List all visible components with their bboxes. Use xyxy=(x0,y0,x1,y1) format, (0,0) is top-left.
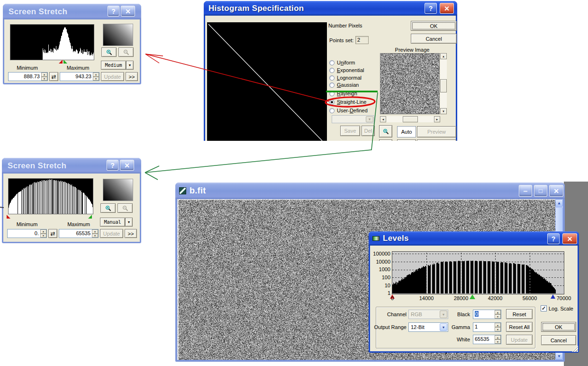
ok-button[interactable]: OK xyxy=(541,322,576,332)
zoom-out-button[interactable] xyxy=(118,47,134,57)
reset-all-button[interactable]: Reset All xyxy=(506,322,533,332)
minimum-field[interactable]: 0. ▲▼ xyxy=(7,229,47,238)
max-marker-triangle[interactable] xyxy=(63,60,67,64)
clipped-button[interactable] xyxy=(417,139,456,141)
maximum-field[interactable]: 943.23 ▲▼ xyxy=(60,72,100,81)
del-button[interactable]: Del xyxy=(362,126,375,136)
radio-circle[interactable] xyxy=(329,100,335,105)
preview-button[interactable]: Preview xyxy=(417,126,456,137)
ok-button[interactable]: OK xyxy=(411,21,457,31)
transfer-curve-plot[interactable] xyxy=(207,22,327,141)
preview-zoom-in-button[interactable] xyxy=(379,125,392,137)
stretch-mode-dropdown-button[interactable]: ▼ xyxy=(125,218,133,227)
radio-circle[interactable] xyxy=(329,82,335,88)
radio-exponential[interactable]: Exponential xyxy=(329,67,364,73)
minimum-value[interactable]: 888.73 xyxy=(9,73,41,81)
swap-minmax-button[interactable]: ⇄ xyxy=(49,72,58,81)
max-marker-triangle[interactable] xyxy=(88,215,92,219)
log-scale-checkbox[interactable]: ✓ Log. Scale xyxy=(541,305,573,311)
radio-user-defined[interactable]: User-Defined xyxy=(329,108,368,113)
update-button[interactable]: Update xyxy=(506,335,533,345)
user-defined-select[interactable]: ▼ xyxy=(332,115,374,123)
radio-lognormal[interactable]: Lognormal xyxy=(329,75,362,81)
zoom-in-button[interactable] xyxy=(101,47,117,57)
scroll-left-icon[interactable]: ◄ xyxy=(380,116,386,122)
close-button[interactable]: ✕ xyxy=(121,6,135,17)
gamma-spinner[interactable]: ▲▼ xyxy=(495,323,501,331)
maximum-value[interactable]: 943.23 xyxy=(60,73,93,81)
help-button[interactable]: ? xyxy=(425,3,437,14)
save-button[interactable]: Save xyxy=(340,126,360,136)
stretch-mode-select[interactable]: Manual xyxy=(100,218,125,227)
preview-image[interactable] xyxy=(380,54,439,114)
maximum-field[interactable]: 65535 ▲▼ xyxy=(59,229,99,238)
auto-button[interactable]: Auto xyxy=(397,126,416,137)
levels-histogram[interactable] xyxy=(392,252,564,294)
clipped-button[interactable] xyxy=(379,139,392,141)
radio-uniform[interactable]: Uniform xyxy=(329,60,355,65)
help-button[interactable]: ? xyxy=(108,6,119,17)
black-spinner[interactable]: ▲▼ xyxy=(495,310,501,319)
channel-select[interactable]: RGB ▼ xyxy=(408,310,448,319)
white-spinner[interactable]: ▲▼ xyxy=(495,335,501,344)
maximum-spinner[interactable]: ▲▼ xyxy=(92,229,98,238)
checkbox[interactable]: ✓ xyxy=(541,305,547,311)
cancel-button[interactable]: Cancel xyxy=(541,335,576,345)
preview-vscrollbar[interactable]: ▲ ▼ xyxy=(440,53,447,114)
gamma-value[interactable]: 1 xyxy=(473,323,495,331)
min-marker-triangle[interactable] xyxy=(7,215,10,219)
stretch-histogram[interactable] xyxy=(9,179,93,214)
close-button[interactable]: ✕ xyxy=(562,233,577,244)
close-button[interactable]: ✕ xyxy=(440,3,454,14)
preview-hscrollbar[interactable]: ◄ ► xyxy=(380,116,440,122)
scroll-up-icon[interactable]: ▲ xyxy=(440,53,447,59)
scroll-down-icon[interactable]: ▼ xyxy=(440,108,447,114)
cancel-button[interactable]: Cancel xyxy=(411,34,457,44)
black-field[interactable]: 0 ▲▼ xyxy=(473,310,501,319)
gamma-field[interactable]: 1 ▲▼ xyxy=(473,322,501,332)
hscroll-thumb[interactable] xyxy=(403,116,418,122)
output-range-select[interactable]: 12-Bit ▼ xyxy=(408,322,448,332)
close-button[interactable]: ✕ xyxy=(549,185,563,197)
minimum-spinner[interactable]: ▲▼ xyxy=(41,73,47,81)
expand-button[interactable]: >> xyxy=(125,229,137,238)
minimum-spinner[interactable]: ▲▼ xyxy=(40,229,46,238)
minimum-field[interactable]: 888.73 ▲▼ xyxy=(8,72,48,81)
maximum-spinner[interactable]: ▲▼ xyxy=(93,73,99,81)
stretch-mode-select[interactable]: Medium xyxy=(101,61,126,70)
radio-circle[interactable] xyxy=(329,60,335,65)
help-button[interactable]: ? xyxy=(547,233,560,244)
vscroll-thumb[interactable] xyxy=(440,79,447,92)
scroll-right-icon[interactable]: ► xyxy=(434,116,440,122)
radio-straight-line[interactable]: Straight-Line xyxy=(329,99,366,105)
update-button[interactable]: Update xyxy=(100,229,123,238)
zoom-in-button[interactable] xyxy=(100,203,116,213)
minimize-button[interactable]: ‒ xyxy=(519,185,532,197)
minimum-value[interactable]: 0. xyxy=(8,229,40,238)
clipped-button[interactable] xyxy=(397,139,416,141)
radio-circle[interactable] xyxy=(329,68,335,73)
close-button[interactable]: ✕ xyxy=(120,160,134,171)
zoom-out-button[interactable] xyxy=(118,203,133,213)
radio-circle[interactable] xyxy=(329,108,335,113)
black-value[interactable]: 0 xyxy=(473,310,495,319)
radio-circle[interactable] xyxy=(329,91,335,96)
maximize-button[interactable]: □ xyxy=(534,185,547,197)
titlebar[interactable]: Histogram Specification xyxy=(204,1,457,16)
radio-circle[interactable] xyxy=(329,75,335,81)
update-button[interactable]: Update xyxy=(101,72,124,81)
swap-minmax-button[interactable]: ⇄ xyxy=(48,229,57,238)
radio-gaussian[interactable]: Gaussian xyxy=(329,82,359,88)
reset-button[interactable]: Reset xyxy=(506,309,533,319)
white-value[interactable]: 65535 xyxy=(473,335,495,344)
scroll-up-icon[interactable]: ▲ xyxy=(555,199,563,207)
stretch-histogram[interactable] xyxy=(10,25,94,60)
scroll-down-icon[interactable]: ▼ xyxy=(555,352,563,360)
radio-rayleigh[interactable]: Rayleigh xyxy=(329,91,357,96)
help-button[interactable]: ? xyxy=(107,160,118,171)
maximum-value[interactable]: 65535 xyxy=(59,229,92,238)
min-marker-triangle[interactable] xyxy=(59,60,63,64)
stretch-mode-dropdown-button[interactable]: ▼ xyxy=(126,61,134,70)
titlebar[interactable]: b.fit xyxy=(175,183,565,199)
expand-button[interactable]: >> xyxy=(126,72,138,81)
